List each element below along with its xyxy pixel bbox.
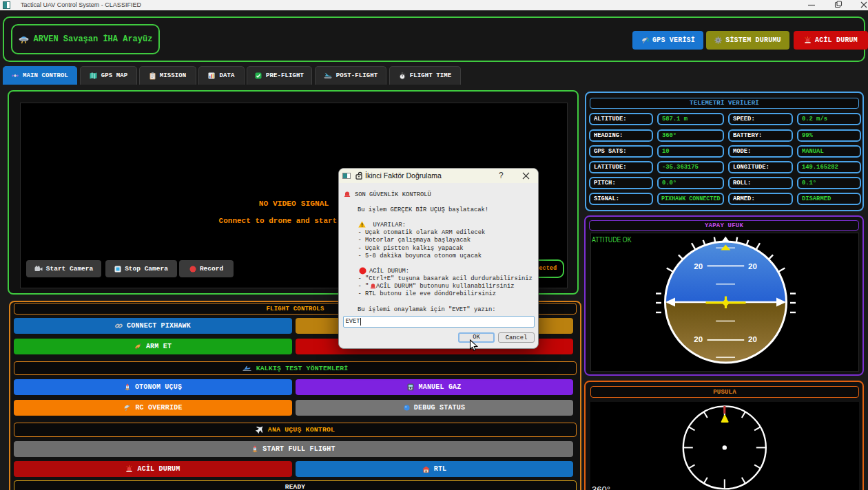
svg-text:360°: 360° — [592, 484, 610, 490]
svg-text:20: 20 — [694, 335, 703, 343]
svg-text:20: 20 — [748, 262, 757, 270]
svg-text:20: 20 — [694, 262, 703, 270]
svg-text:20: 20 — [748, 335, 757, 343]
